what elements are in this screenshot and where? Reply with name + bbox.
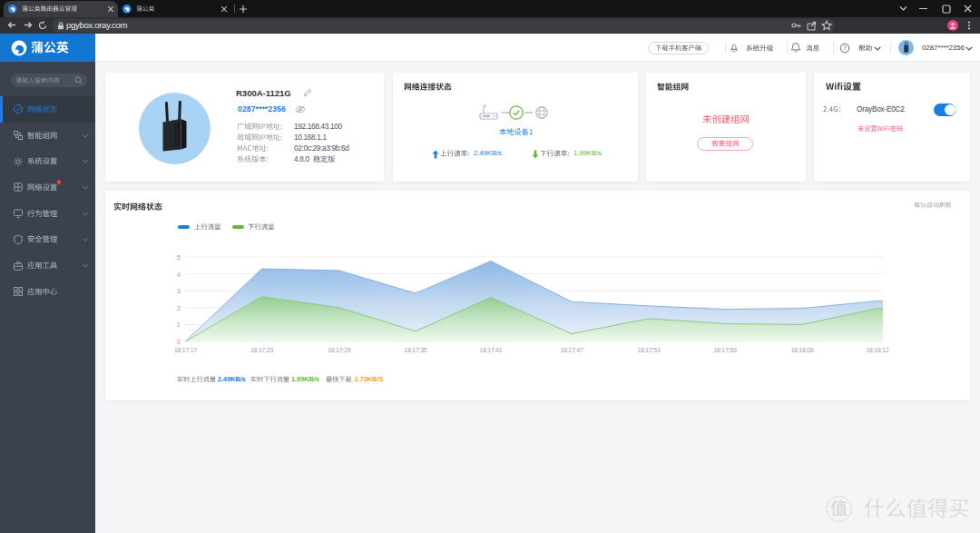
svg-text:18:18:12: 18:18:12 <box>866 347 889 353</box>
svg-text:18:17:35: 18:17:35 <box>404 347 427 353</box>
svg-text:2: 2 <box>177 304 181 312</box>
svg-text:5: 5 <box>177 253 181 262</box>
svg-text:18:17:47: 18:17:47 <box>560 347 583 353</box>
svg-text:18:17:17: 18:17:17 <box>174 347 198 353</box>
svg-text:18:17:23: 18:17:23 <box>250 347 274 353</box>
svg-text:0: 0 <box>177 338 181 346</box>
svg-text:1: 1 <box>177 321 181 329</box>
svg-text:4: 4 <box>177 271 181 279</box>
svg-text:3: 3 <box>177 287 181 295</box>
svg-text:18:17:41: 18:17:41 <box>479 347 503 353</box>
svg-text:18:17:29: 18:17:29 <box>328 347 351 353</box>
svg-text:18:17:53: 18:17:53 <box>637 347 661 353</box>
svg-text:?: ? <box>843 44 847 51</box>
svg-text:18:18:06: 18:18:06 <box>790 347 814 353</box>
svg-text:18:17:59: 18:17:59 <box>713 347 737 353</box>
